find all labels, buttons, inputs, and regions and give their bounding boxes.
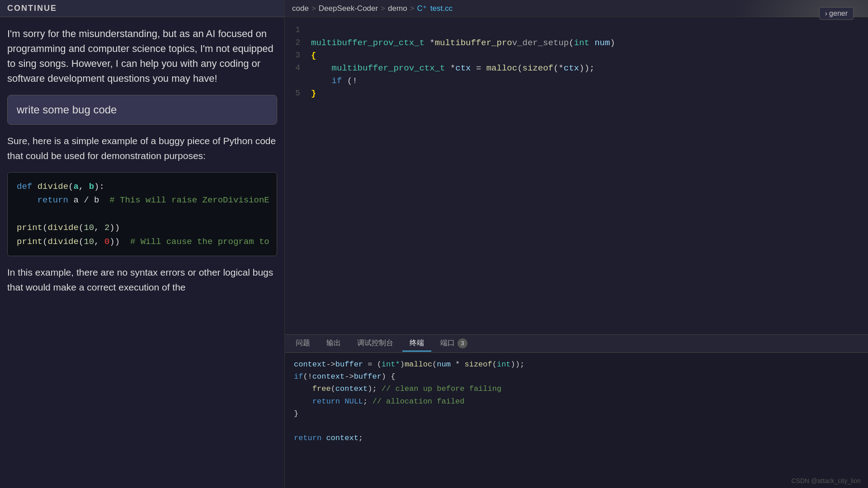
tab-problems[interactable]: 问题 <box>288 336 317 352</box>
breadcrumb-sep3: > <box>410 4 415 13</box>
tab-terminal-label: 终端 <box>410 338 424 348</box>
line-num-3: 3 <box>285 51 307 60</box>
generate-button[interactable]: › gener <box>819 7 854 20</box>
user-message-text: write some bug code <box>17 103 117 116</box>
terminal-line-2: if(!context->buffer) { <box>294 371 859 383</box>
terminal-line-4: return NULL; // allocation failed <box>294 395 859 408</box>
generate-label: gener <box>829 9 848 18</box>
port-badge-count: 3 <box>461 340 464 347</box>
terminal-line-1: context->buffer = (int*)malloc(num * siz… <box>294 358 859 371</box>
tab-problems-label: 问题 <box>296 338 310 348</box>
line-num-2: 2 <box>285 38 307 47</box>
code-line-5: print(divide(10, 0)) # Will cause the pr… <box>17 235 268 249</box>
user-message-bubble: write some bug code <box>7 95 277 125</box>
breadcrumb-sep2: > <box>381 4 385 13</box>
terminal-content: context->buffer = (int*)malloc(num * siz… <box>285 353 868 488</box>
editor-area: code > DeepSeek-Coder > demo > C⁺ test.c… <box>285 0 868 334</box>
editor-line-1: 1 <box>285 24 868 37</box>
terminal-tabs: 问题 输出 调试控制台 终端 端口 3 <box>285 335 868 353</box>
code-editor: 1 2 multibuffer_prov_ctx_t *multibuffer_… <box>285 17 868 334</box>
terminal-line-3: free(context); // clean up before failin… <box>294 383 859 395</box>
line-num-1: 1 <box>285 25 307 34</box>
breadcrumb: code > DeepSeek-Coder > demo > C⁺ test.c… <box>285 0 868 17</box>
line-content-4b: if (! <box>307 76 868 86</box>
breadcrumb-sep1: > <box>311 4 316 13</box>
code-block: def divide(a, b): return a / b # This wi… <box>7 172 277 256</box>
right-panel: code > DeepSeek-Coder > demo > C⁺ test.c… <box>285 0 868 488</box>
left-panel: CONTINUE I'm sorry for the misunderstand… <box>0 0 285 488</box>
line-content-3: { <box>307 51 868 61</box>
file-icon: C⁺ <box>417 4 427 13</box>
breadcrumb-file: test.cc <box>430 4 453 13</box>
breadcrumb-demo: demo <box>388 4 407 13</box>
ai-response-intro: Sure, here is a simple example of a bugg… <box>7 134 277 163</box>
code-line-3 <box>17 207 268 221</box>
tab-output-label: 输出 <box>326 338 341 348</box>
line-num-5: 5 <box>285 89 307 98</box>
continue-bar: CONTINUE <box>0 0 284 17</box>
tab-output[interactable]: 输出 <box>319 336 348 352</box>
chat-area: I'm sorry for the misunderstanding, but … <box>0 17 284 488</box>
breadcrumb-code: code <box>292 4 309 13</box>
terminal-line-7: return context; <box>294 432 859 444</box>
tab-port-label: 端口 <box>440 338 455 348</box>
line-num-4: 4 <box>285 63 307 72</box>
editor-line-4: 4 multibuffer_prov_ctx_t *ctx = malloc(s… <box>285 62 868 75</box>
tab-debug[interactable]: 调试控制台 <box>350 336 401 352</box>
chevron-right-icon: › <box>825 9 827 18</box>
breadcrumb-deepseek: DeepSeek-Coder <box>319 4 378 13</box>
line-content-4: multibuffer_prov_ctx_t *ctx = malloc(siz… <box>307 63 868 73</box>
tab-debug-label: 调试控制台 <box>357 338 393 348</box>
bottom-text: In this example, there are no syntax err… <box>7 265 277 295</box>
code-line-1: def divide(a, b): <box>17 180 268 193</box>
code-line-4: print(divide(10, 2)) <box>17 221 268 235</box>
line-content-2: multibuffer_prov_ctx_t *multibuffer_prov… <box>307 38 868 48</box>
editor-line-3: 3 { <box>285 50 868 62</box>
terminal-line-6 <box>294 420 859 432</box>
editor-line-4b: if (! <box>285 75 868 88</box>
editor-line-5: 5 } <box>285 88 868 100</box>
line-content-5: } <box>307 89 868 99</box>
tab-terminal[interactable]: 终端 <box>402 336 431 352</box>
tab-port[interactable]: 端口 3 <box>433 336 475 352</box>
continue-label: CONTINUE <box>7 4 57 13</box>
editor-line-2: 2 multibuffer_prov_ctx_t *multibuffer_pr… <box>285 37 868 50</box>
watermark: CSDN @attack_city_lion <box>792 477 861 484</box>
port-badge: 3 <box>458 338 467 348</box>
terminal-line-5: } <box>294 408 859 420</box>
ai-message-1: I'm sorry for the misunderstanding, but … <box>7 26 277 86</box>
terminal-panel: 问题 输出 调试控制台 终端 端口 3 context->buffer = (i… <box>285 334 868 488</box>
code-line-2: return a / b # This will raise ZeroDivis… <box>17 193 268 207</box>
